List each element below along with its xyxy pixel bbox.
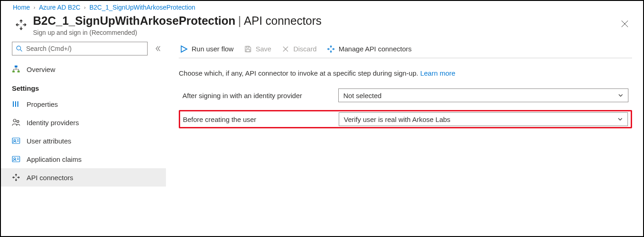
move-arrows-icon <box>327 45 335 53</box>
sidebar-item-label: Overview <box>27 66 55 73</box>
svg-rect-21 <box>246 50 250 52</box>
main-content: Run user flow Save Discard <box>166 42 643 227</box>
sidebar-item-label: User attributes <box>27 137 72 145</box>
select-value: Not selected <box>343 92 381 99</box>
svg-marker-20 <box>181 46 187 52</box>
sidebar-item-label: Application claims <box>27 155 82 163</box>
sidebar-heading-settings: Settings <box>1 78 166 95</box>
toolbar: Run user flow Save Discard <box>179 40 632 58</box>
id-card-icon <box>12 137 20 145</box>
svg-point-17 <box>14 158 16 160</box>
page-title: B2C_1_SignUpWithArkoseProtection|API con… <box>33 14 617 28</box>
svg-point-13 <box>14 139 16 141</box>
row-label: After signing in with an identity provid… <box>182 92 338 99</box>
manage-api-connectors-button[interactable]: Manage API connectors <box>326 43 413 55</box>
search-icon <box>16 45 22 52</box>
id-card-icon <box>12 155 20 163</box>
properties-icon <box>12 100 20 108</box>
svg-point-2 <box>17 46 21 50</box>
connector-row-before-create: Before creating the user Verify user is … <box>179 110 632 128</box>
sidebar-item-user-attributes[interactable]: User attributes <box>1 132 166 150</box>
svg-rect-6 <box>17 71 20 72</box>
svg-line-3 <box>20 50 22 51</box>
close-icon <box>281 45 290 53</box>
before-create-select[interactable]: Verify user is real with Arkose Labs <box>339 112 628 126</box>
search-input[interactable] <box>25 44 143 53</box>
save-icon <box>244 45 252 53</box>
connector-row-after-signin: After signing in with an identity provid… <box>179 86 632 105</box>
save-button: Save <box>243 43 272 55</box>
sitemap-icon <box>12 65 20 73</box>
svg-point-10 <box>13 119 16 122</box>
chevron-down-icon <box>618 93 623 98</box>
sidebar-item-label: Properties <box>27 100 58 108</box>
sidebar-item-label: API connectors <box>27 174 73 182</box>
sidebar-item-identity-providers[interactable]: Identity providers <box>1 113 166 132</box>
row-label: Before creating the user <box>183 116 339 123</box>
sidebar-item-api-connectors[interactable]: API connectors <box>1 168 166 187</box>
sidebar-item-label: Identity providers <box>27 119 79 127</box>
breadcrumb: Home › Azure AD B2C › B2C_1_SignUpWithAr… <box>1 1 643 13</box>
collapse-sidebar-button[interactable] <box>153 44 162 53</box>
userflow-icon <box>15 18 28 31</box>
description-text: Choose which, if any, API connector to i… <box>179 58 632 86</box>
run-user-flow-button[interactable]: Run user flow <box>179 43 235 55</box>
move-arrows-icon <box>12 173 20 182</box>
sidebar-item-properties[interactable]: Properties <box>1 95 166 113</box>
svg-rect-16 <box>12 156 20 162</box>
svg-rect-22 <box>247 46 249 48</box>
svg-rect-4 <box>15 66 17 67</box>
close-button[interactable] <box>617 17 632 31</box>
breadcrumb-userflow[interactable]: B2C_1_SignUpWithArkoseProtection <box>89 4 195 11</box>
breadcrumb-azure-ad-b2c[interactable]: Azure AD B2C <box>39 4 80 11</box>
people-icon <box>12 118 20 127</box>
page-subtitle: Sign up and sign in (Recommended) <box>33 29 617 36</box>
select-value: Verify user is real with Arkose Labs <box>344 116 451 123</box>
after-signin-select[interactable]: Not selected <box>338 88 628 102</box>
svg-point-11 <box>17 121 19 123</box>
chevron-right-icon: › <box>33 5 35 10</box>
svg-rect-5 <box>12 71 15 72</box>
search-input-wrap[interactable] <box>12 42 148 55</box>
discard-button: Discard <box>281 43 318 55</box>
play-icon <box>180 45 188 53</box>
breadcrumb-home[interactable]: Home <box>13 4 30 11</box>
sidebar-item-application-claims[interactable]: Application claims <box>1 150 166 168</box>
sidebar-item-overview[interactable]: Overview <box>1 60 166 78</box>
page-header: B2C_1_SignUpWithArkoseProtection|API con… <box>1 13 643 42</box>
svg-rect-12 <box>12 138 20 143</box>
chevron-right-icon: › <box>84 5 86 10</box>
learn-more-link[interactable]: Learn more <box>420 69 456 77</box>
chevron-down-icon <box>617 116 623 122</box>
sidebar: Overview Settings Properties Identity pr… <box>1 42 166 227</box>
